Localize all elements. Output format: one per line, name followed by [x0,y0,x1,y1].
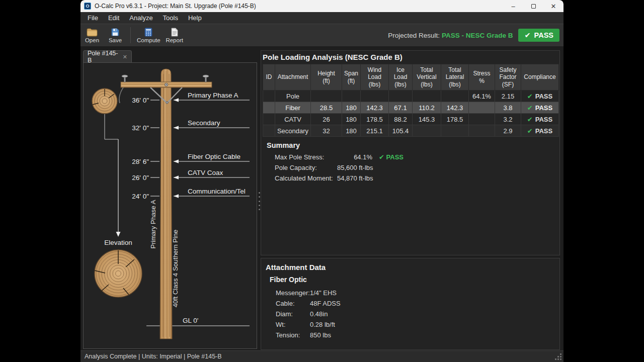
menu-item-analyze[interactable]: Analyze [124,12,157,24]
loading-table: ID Attachment Height (ft) Span (ft) Wind… [263,64,559,137]
ground-level-label: GL 0' [183,317,198,324]
attachment-name-label: Secondary [188,119,220,127]
attachment-field-wt: Wt: 0.28 lb/ft [265,319,559,330]
check-icon: ✔ [527,116,533,123]
toolbar: Open Save Compute Report Projected Resul… [80,24,564,46]
summary-value: 64.1% [337,153,372,161]
col-header: Height (ft) [311,64,342,90]
summary-row-moment: Calculated Moment: 54,870 ft-lbs [267,173,559,184]
col-header: Wind Load (lbs) [361,64,389,90]
app-icon: O [84,3,91,10]
table-row-pole[interactable]: Pole 64.1% 2.15 ✔PASS [263,90,559,102]
check-icon: ✔ [527,93,533,100]
folder-icon [87,28,98,37]
tab-pole-145b[interactable]: Pole #145-B ✕ [83,50,132,63]
open-label: Open [85,37,99,43]
attachment-name-label: CATV Coax [188,169,223,176]
pole-elevation-drawing: Elevation 36' 0" [84,63,257,348]
analysis-panel: Pole Loading Analysis (NESC Grade B) ID … [261,50,560,255]
dim-height-label: 32' 0" [132,124,149,132]
maximize-icon [531,4,536,9]
calculator-icon [144,28,152,37]
summary-value: 85,600 ft-lbs [337,164,373,171]
compute-label: Compute [137,37,160,43]
status-bar: Analysis Complete | Units: Imperial | Po… [80,350,564,362]
check-icon: ✔ [527,104,533,112]
summary-row-stress: Max Pole Stress: 64.1% ✔ PASS [267,152,559,162]
field-label: Cable: [276,300,310,307]
field-value: 48F ADSS [310,300,341,307]
status-text: Analysis Complete | Units: Imperial | Po… [85,353,222,360]
table-header-row: ID Attachment Height (ft) Span (ft) Wind… [263,64,559,90]
attachment-field-diam: Diam: 0.48in [265,309,559,319]
col-header: Total Lateral (lbs) [441,64,469,90]
field-value: 850 lbs [310,331,331,339]
col-header: ID [263,64,275,90]
pole-diagram-panel: Elevation 36' 0" [83,62,257,349]
attachment-field-tension: Tension: 850 lbs [265,330,559,340]
summary-row-capacity: Pole Capacity: 85,600 ft-lbs [267,162,559,173]
field-value: 0.28 lb/ft [310,321,335,328]
attachment-name-label: Communication/Tel [188,188,246,195]
tab-label: Pole #145-B [88,50,119,64]
table-row-catv[interactable]: CATV 26 180 178.5 88.2 145.3 178.5 3.2 ✔… [263,114,559,125]
tab-close-icon[interactable]: ✕ [123,54,127,60]
projected-result-value: PASS - NESC Grade B [442,32,513,39]
report-button[interactable]: Report [163,25,186,46]
col-header: Total Vertical (lbs) [413,64,441,90]
attachment-field-cable: Cable: 48F ADSS [265,298,559,309]
col-header: Span (ft) [342,64,361,90]
summary-title: Summary [267,141,559,149]
attachment-name-label: Primary Phase A [188,92,238,99]
attachment-callouts: 36' 0" Primary Phase A 32' 0" Secondary … [132,92,250,200]
dim-height-label: 36' 0" [132,97,149,104]
menu-item-file[interactable]: File [83,12,103,24]
open-button[interactable]: Open [80,25,104,46]
projected-result-label: Projected Result: PASS - NESC Grade B [388,32,513,39]
menu-item-help[interactable]: Help [183,12,207,24]
summary-section: Summary Max Pole Stress: 64.1% ✔ PASS Po… [267,141,559,184]
dim-height-label: 26' 0" [132,174,149,182]
document-icon [171,28,179,37]
dim-height-label: 24' 0" [132,193,149,200]
table-row-fiber-selected[interactable]: Fiber 28.5 180 142.3 67.1 110.2 142.3 3.… [263,102,559,114]
down-arrow-icon [116,232,121,237]
field-value: 1/4" EHS [310,289,337,297]
maximize-button[interactable] [523,0,543,12]
summary-label: Max Pole Stress: [275,153,337,161]
pass-badge[interactable]: ✔PASS [518,29,559,42]
attachment-name-label: Fiber Optic Cable [188,153,240,160]
summary-label: Pole Capacity: [275,164,337,171]
title-bar: O O-Calc Pro v6.3.1 - Project: Main St. … [80,0,564,12]
save-button[interactable]: Save [104,25,127,46]
insulator-left [122,75,128,82]
close-button[interactable]: ✕ [543,0,564,12]
field-label: Messenger: [276,289,310,297]
left-arrow-icon [174,175,179,179]
menu-item-tools[interactable]: Tools [158,12,183,24]
analysis-title: Pole Loading Analysis (NESC Grade B) [263,53,559,61]
window-controls: – ✕ [503,0,564,12]
table-row-secondary[interactable]: Secondary 32 180 215.1 105.4 2.9 ✔PASS [263,125,559,137]
left-arrow-icon [174,98,179,102]
attachment-data-panel: Attachment Data Fiber Optic Messenger: 1… [261,258,560,350]
summary-label: Calculated Moment: [275,174,337,182]
dim-height-label: 28' 6" [132,158,149,165]
insulator-right [203,75,209,82]
app-window: O O-Calc Pro v6.3.1 - Project: Main St. … [80,0,564,362]
menu-item-edit[interactable]: Edit [103,12,124,24]
minimize-button[interactable]: – [503,0,523,12]
compute-button[interactable]: Compute [134,25,163,46]
col-header: Compliance [521,64,559,90]
resize-grip[interactable] [555,353,562,360]
elevation-label: Elevation [104,239,132,246]
attachment-data-title: Attachment Data [266,263,559,272]
field-label: Wt: [276,321,310,328]
attachment-field-messenger: Messenger: 1/4" EHS [265,288,559,298]
toolbar-separator [130,27,131,43]
attachment-subtitle: Fiber Optic [270,276,559,284]
pole-phase-vertical-label: Primary Phase A [149,200,157,248]
report-label: Report [166,37,183,43]
field-value: 0.48in [310,310,328,318]
floppy-icon [111,28,120,37]
